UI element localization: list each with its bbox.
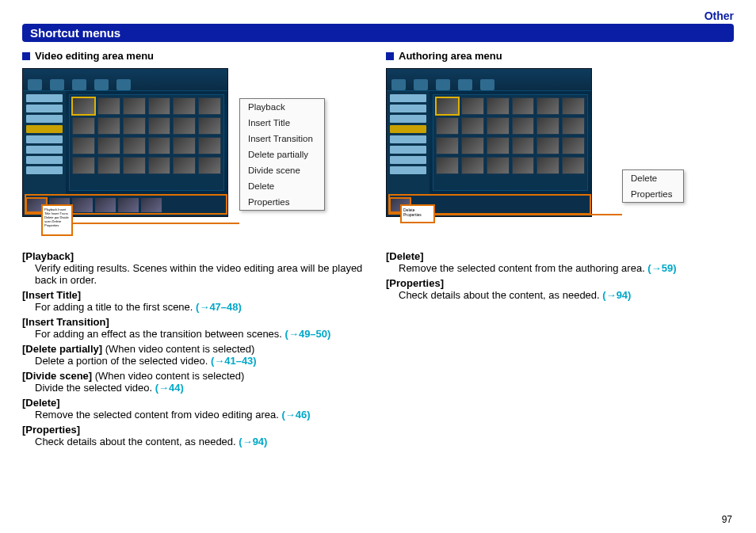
page-link[interactable]: (→94)	[602, 289, 631, 301]
left-column: Video editing area menu	[22, 50, 370, 451]
app-side-panel	[387, 91, 430, 194]
app-window	[22, 68, 228, 217]
entry-body: Delete a portion of the selected video.	[35, 355, 211, 367]
right-subhead-text: Authoring area menu	[399, 50, 502, 62]
menu-item[interactable]: Playback	[240, 99, 324, 115]
page-link[interactable]: (→94)	[239, 436, 267, 447]
page-link[interactable]: (→46)	[281, 409, 310, 421]
entry-body: Check details about the content, as need…	[399, 289, 602, 301]
entry-label: [Playback]	[22, 250, 74, 262]
page-link[interactable]: (→41–43)	[211, 355, 257, 367]
menu-item[interactable]: Insert Title	[240, 115, 324, 131]
right-subhead: Authoring area menu	[386, 50, 734, 62]
left-subhead: Video editing area menu	[22, 50, 370, 62]
entry-body: Remove the selected content from video e…	[35, 409, 281, 421]
left-figure: Playback Insert Title Insert Trans Delet…	[22, 68, 370, 227]
page-link[interactable]: (→59)	[647, 262, 676, 274]
breadcrumb-other: Other	[22, 10, 734, 22]
right-column: Authoring area menu	[386, 50, 734, 451]
app-side-panel	[23, 91, 66, 194]
app-toolbar	[23, 69, 227, 91]
entry-label: [Insert Transition]	[22, 316, 109, 328]
entry-label: [Properties]	[22, 424, 80, 436]
entry-note: (When video content is selected)	[92, 370, 244, 382]
entry-note: (When video content is selected)	[102, 343, 254, 355]
timeline-strip	[387, 194, 591, 216]
entry-label: [Properties]	[386, 277, 444, 289]
square-bullet-icon	[386, 52, 394, 60]
page-number: 97	[722, 514, 732, 525]
right-entries: [Delete] Remove the selected content fro…	[386, 250, 734, 301]
menu-item[interactable]: Divide scene	[240, 162, 324, 178]
timeline-strip	[23, 194, 227, 216]
entry: [Delete] Remove the selected content fro…	[22, 397, 370, 421]
thumbnail-grid	[433, 94, 588, 191]
left-entries: [Playback] Verify editing results. Scene…	[22, 250, 370, 447]
menu-item[interactable]: Delete	[240, 178, 324, 194]
entry-body: For adding an effect as the transition b…	[35, 328, 285, 340]
entry-body: Divide the selected video.	[35, 382, 155, 394]
entry-body: Remove the selected content from the aut…	[399, 262, 647, 274]
entry-label: [Delete]	[386, 250, 424, 262]
menu-item[interactable]: Delete	[623, 170, 683, 186]
thumbnail-grid	[69, 94, 224, 191]
entry-label: [Divide scene]	[22, 370, 92, 382]
menu-item[interactable]: Delete partially	[240, 147, 324, 162]
left-subhead-text: Video editing area menu	[35, 50, 154, 62]
entry: [Delete] Remove the selected content fro…	[386, 250, 734, 274]
entry-label: [Insert Title]	[22, 289, 81, 301]
entry: [Delete partially] (When video content i…	[22, 343, 370, 367]
entry-body: For adding a title to the first scene.	[35, 301, 196, 313]
entry: [Playback] Verify editing results. Scene…	[22, 250, 370, 286]
entry-body: Verify editing results. Scenes within th…	[35, 262, 362, 286]
callout-line	[435, 214, 622, 215]
callout-line	[73, 223, 239, 224]
page-link[interactable]: (→44)	[155, 382, 184, 394]
menu-item[interactable]: Properties	[240, 194, 324, 210]
square-bullet-icon	[22, 52, 30, 60]
entry: [Properties] Check details about the con…	[22, 424, 370, 447]
entry: [Properties] Check details about the con…	[386, 277, 734, 301]
page-link[interactable]: (→49–50)	[285, 328, 331, 340]
right-figure: Delete Properties Delete Properties	[386, 68, 734, 227]
entry-label: [Delete partially]	[22, 343, 102, 355]
entry: [Insert Transition] For adding an effect…	[22, 316, 370, 340]
menu-item[interactable]: Properties	[623, 186, 683, 202]
context-menu-authoring: Delete Properties	[622, 169, 684, 203]
entry: [Divide scene] (When video content is se…	[22, 370, 370, 394]
entry: [Insert Title] For adding a title to the…	[22, 289, 370, 313]
context-menu-video: Playback Insert Title Insert Transition …	[239, 98, 325, 211]
section-title: Shortcut menus	[22, 24, 734, 42]
app-toolbar	[387, 69, 591, 91]
entry-body: Check details about the content, as need…	[35, 436, 239, 447]
page-link[interactable]: (→47–48)	[196, 301, 242, 313]
menu-item[interactable]: Insert Transition	[240, 131, 324, 147]
entry-label: [Delete]	[22, 397, 60, 409]
app-window	[386, 68, 592, 217]
